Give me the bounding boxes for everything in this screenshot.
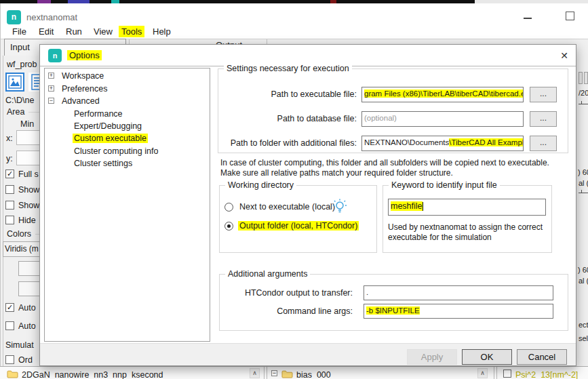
scroll-up-icon[interactable]: ∧ <box>477 368 488 378</box>
right-fragment-text: sele <box>579 334 588 342</box>
right-fragment-text: ect <box>579 321 588 329</box>
nextnano-logo-icon: n <box>7 10 21 24</box>
minimize-icon[interactable] <box>524 18 532 19</box>
tree-expand-icon[interactable]: + <box>48 85 54 92</box>
exec-path-input[interactable]: gram Files (x86)\TiberLAB\tiberCAD\tiber… <box>361 87 524 102</box>
additional-arguments-title: Additional arguments <box>225 269 310 279</box>
simulation-folder-label[interactable]: 2DGaN_nanowire_nn3_nnp_ksecond <box>22 370 163 379</box>
dialog-footer: Apply OK Cancel <box>40 343 576 365</box>
x-label: x: <box>6 134 13 143</box>
keyword-input[interactable]: meshfile <box>388 199 546 216</box>
colormap-dropdown[interactable]: Viridis (m <box>3 241 45 257</box>
folder-icon <box>281 370 293 378</box>
bottom-folder-bar: 2DGaN_nanowire_nn3_nnp_ksecond ∧ − bias_… <box>0 366 588 379</box>
db-browse-button[interactable]: ... <box>530 111 557 127</box>
folder-browse-button[interactable]: ... <box>530 136 557 151</box>
radio-output-folder[interactable] <box>224 222 233 231</box>
apply-button[interactable]: Apply <box>407 349 457 365</box>
exec-path-label: Path to executable file: <box>271 89 357 99</box>
toolbar-button-fragment <box>584 72 588 84</box>
auto-checkbox-2[interactable] <box>5 321 14 330</box>
radio-next-to-executable[interactable] <box>224 203 233 212</box>
options-tree: + Workspace + Preferences − Advanced Per… <box>44 68 210 342</box>
auto-checkbox-1[interactable]: ✓ <box>5 303 14 312</box>
db-path-input[interactable]: (optional) <box>361 111 524 127</box>
tab-input-label: Input <box>10 42 30 52</box>
menu-edit[interactable]: Edit <box>36 26 56 37</box>
menu-tools[interactable]: Tools <box>119 26 144 37</box>
show-checkbox-2[interactable] <box>5 201 14 210</box>
right-fragment-text: ) 60 <box>578 266 588 274</box>
menu-run[interactable]: Run <box>63 26 85 37</box>
additional-arguments-group: Additional arguments <box>219 274 568 331</box>
right-fragment-text: /20 <box>579 89 588 97</box>
nextnano-logo-icon: n <box>48 49 62 62</box>
lightbulb-icon <box>332 198 348 214</box>
file-path-label: C:\D\ne <box>5 96 34 105</box>
keyword-group: Keyword to identify input file <box>383 185 552 253</box>
htcondor-output-label: HTCondor output to transfer: <box>245 288 353 298</box>
show-label-2: Show <box>18 201 39 210</box>
show-checkbox-1[interactable] <box>5 185 14 194</box>
menu-help[interactable]: Help <box>150 26 174 37</box>
axis-fragment <box>579 104 588 104</box>
pane-separator <box>264 367 264 379</box>
tree-item-performance[interactable]: Performance <box>73 109 124 119</box>
keyword-group-title: Keyword to identify input file <box>389 180 500 190</box>
settings-group-title: Settings necessary for execution <box>224 64 352 73</box>
tree-expand-icon[interactable]: + <box>48 73 54 79</box>
tree-item-cluster-settings[interactable]: Cluster settings <box>73 159 134 168</box>
menu-file[interactable]: File <box>9 26 29 37</box>
menu-bar: File Edit Run View Tools Help <box>0 24 588 39</box>
tree-collapse-icon[interactable]: − <box>271 370 277 376</box>
file-tab-label[interactable]: wf_prob <box>7 60 37 69</box>
tree-collapse-icon[interactable]: − <box>48 98 54 104</box>
pane-separator <box>494 367 494 379</box>
window-left-border <box>0 3 1 379</box>
cancel-button[interactable]: Cancel <box>517 349 567 365</box>
exec-browse-button[interactable]: ... <box>530 87 557 102</box>
window-title: nextnanomat <box>26 12 77 22</box>
hide-checkbox[interactable] <box>5 216 14 224</box>
radio-next-to-executable-label[interactable]: Next to executable (local) <box>238 202 336 212</box>
tree-item-expert-debugging[interactable]: Expert/Debugging <box>73 121 143 131</box>
order-checkbox[interactable] <box>5 355 14 364</box>
bias-folder-label[interactable]: bias_000 <box>296 370 331 379</box>
overlay-item-label[interactable]: Psi^2_13[nm^-2] <box>515 370 578 379</box>
db-path-label: Path to database file: <box>277 114 357 123</box>
image-view-icon[interactable] <box>5 73 24 92</box>
folder-path-input[interactable]: NEXTNANO\Documents\TiberCAD All Examples <box>361 136 524 151</box>
maximize-icon[interactable] <box>566 12 574 20</box>
htcondor-output-input[interactable]: . <box>364 285 553 300</box>
folder-icon <box>7 370 18 378</box>
keyword-note-line1: Used by nextnanomat to assign the correc… <box>388 222 543 232</box>
axis-fragment <box>579 193 588 193</box>
ok-button[interactable]: OK <box>462 349 512 365</box>
order-label: Ord <box>18 355 33 365</box>
cluster-note-line2: Make sure all relative paths match your … <box>220 168 453 178</box>
folder-path-label: Path to folder with additional files: <box>231 138 357 148</box>
tree-item-cluster-computing-info[interactable]: Cluster computing info <box>73 146 159 156</box>
right-fragment-text: al ( <box>579 277 588 285</box>
fullsize-checkbox[interactable]: ✓ <box>5 169 14 178</box>
overlay-item-checkbox[interactable] <box>503 370 511 378</box>
radio-output-folder-label[interactable]: Output folder (local, HTCondor) <box>238 221 359 231</box>
command-line-args-label: Command line args: <box>277 306 353 316</box>
auto-label-2: Auto <box>18 321 36 331</box>
axis-tick-fragment <box>581 101 582 104</box>
cluster-note-line1: In case of cluster computing, this folde… <box>220 158 549 167</box>
fullsize-label: Full s <box>18 169 39 179</box>
menu-view[interactable]: View <box>91 26 115 37</box>
pane-separator <box>496 367 497 379</box>
area-min-label: Min <box>20 119 34 129</box>
dialog-title: Options <box>67 50 102 60</box>
command-line-args-input[interactable]: -b $INPUTFILE <box>364 304 553 319</box>
y-label: y: <box>6 154 13 163</box>
area-group-title: Area <box>7 107 24 117</box>
close-icon[interactable]: ✕ <box>554 46 574 65</box>
panel-left-border <box>3 56 3 366</box>
scroll-up-icon[interactable]: ∧ <box>250 368 260 378</box>
tree-item-custom-executable[interactable]: Custom executable <box>73 134 148 143</box>
title-bar: n nextnanomat <box>0 3 588 24</box>
right-fragment-text: al ( <box>579 179 588 187</box>
